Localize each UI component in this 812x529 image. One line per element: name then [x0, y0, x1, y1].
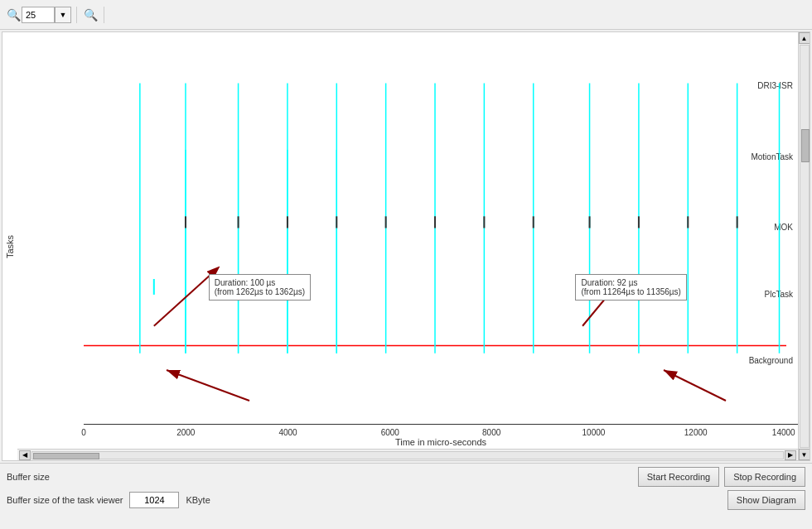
buffer-unit-label: KByte: [186, 495, 210, 505]
x-tick-14000: 14000: [772, 428, 795, 437]
v-scroll-thumb[interactable]: [801, 129, 810, 162]
bottom-row2: Buffer size of the task viewer KByte Sho…: [7, 490, 805, 510]
v-scroll-track[interactable]: [800, 45, 810, 448]
x-axis-title: Time in micro-seconds: [84, 437, 798, 447]
x-axis: 0 2000 4000 6000 8000 10000 12000 14000 …: [84, 424, 798, 449]
toolbar-divider2: [104, 7, 104, 23]
buffer-size-of-label: Buffer size of the task viewer: [7, 495, 123, 505]
buffer-size-row: Buffer size of the task viewer KByte: [7, 492, 210, 508]
x-tick-8000: 8000: [482, 428, 500, 437]
v-scroll-down-btn[interactable]: ▼: [799, 449, 810, 460]
y-axis-label: Tasks: [2, 32, 17, 460]
bottom-row1: Buffer size Start Recording Stop Recordi…: [7, 467, 805, 487]
buffer-value-input[interactable]: [129, 492, 179, 508]
zoom-dropdown[interactable]: ▼: [55, 7, 71, 23]
x-tick-4000: 4000: [278, 428, 297, 437]
h-scroll-left-btn[interactable]: ◀: [19, 450, 31, 460]
buffer-size-label: Buffer size: [7, 472, 50, 482]
h-scroll-track[interactable]: [31, 451, 784, 459]
x-tick-6000: 6000: [381, 428, 399, 437]
main-container: 🔍 ▼ 🔍 Tasks DRI3-ISR MotionTask MOK PlcT…: [0, 0, 812, 529]
bottom-bar: Buffer size Start Recording Stop Recordi…: [0, 463, 812, 529]
start-recording-button[interactable]: Start Recording: [638, 467, 719, 487]
chart-area: Tasks DRI3-ISR MotionTask MOK PlcTask Ba…: [2, 31, 810, 461]
x-tick-12000: 12000: [684, 428, 708, 437]
chart-plot[interactable]: DRI3-ISR MotionTask MOK PlcTask Backgrou…: [17, 32, 798, 449]
svg-line-34: [154, 275, 210, 325]
stop-recording-button[interactable]: Stop Recording: [724, 467, 805, 487]
toolbar: 🔍 ▼ 🔍: [0, 0, 812, 30]
v-scrollbar: ▲ ▼: [798, 32, 810, 460]
show-diagram-button[interactable]: Show Diagram: [727, 490, 805, 510]
zoom-out-icon: 🔍: [5, 7, 22, 23]
zoom-input[interactable]: [22, 7, 55, 23]
svg-line-36: [582, 275, 625, 325]
x-tick-10000: 10000: [582, 428, 606, 437]
chart-svg: [84, 32, 786, 424]
h-scrollbar: ◀ ▶: [17, 449, 798, 460]
zoom-in-icon[interactable]: 🔍: [82, 7, 99, 23]
h-scroll-thumb[interactable]: [33, 453, 99, 459]
toolbar-divider: [76, 7, 77, 23]
x-tick-2000: 2000: [176, 428, 195, 437]
x-tick-0: 0: [81, 428, 86, 437]
chart-inner: DRI3-ISR MotionTask MOK PlcTask Backgrou…: [17, 32, 798, 460]
v-scroll-up-btn[interactable]: ▲: [799, 32, 810, 44]
h-scroll-right-btn[interactable]: ▶: [785, 450, 796, 460]
